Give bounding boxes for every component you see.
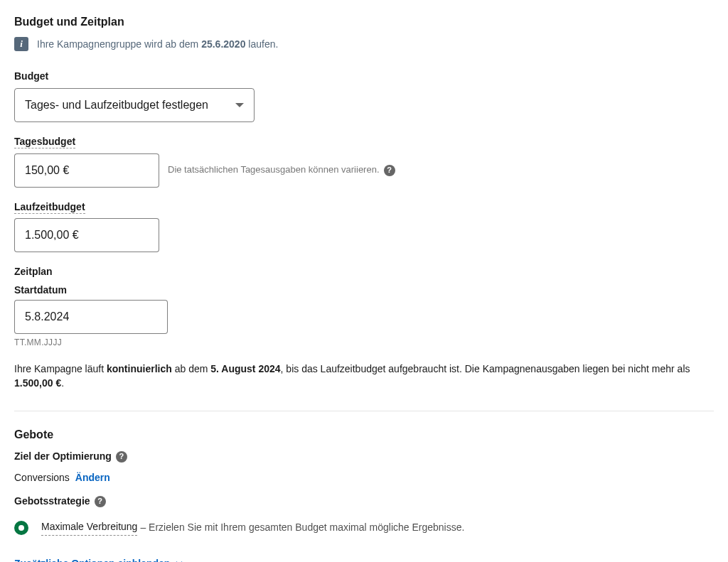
strategy-option-label: Maximale Verbreitung xyxy=(41,520,137,536)
optimization-goal-label: Ziel der Optimierung ? xyxy=(14,450,127,464)
lifetime-budget-label: Laufzeitbudget xyxy=(14,200,714,215)
info-icon: i xyxy=(14,37,28,51)
daily-budget-input[interactable] xyxy=(14,153,159,188)
chevron-down-icon xyxy=(174,558,184,562)
strategy-option-desc: – Erzielen Sie mit Ihrem gesamten Budget… xyxy=(140,521,464,535)
bid-strategy-label: Gebotsstrategie ? xyxy=(14,495,106,509)
help-icon[interactable]: ? xyxy=(116,451,127,463)
daily-budget-label: Tagesbudget xyxy=(14,135,714,149)
info-banner: i Ihre Kampagnengruppe wird ab dem 25.6.… xyxy=(14,37,714,51)
budget-label: Budget xyxy=(14,70,714,84)
start-date-input[interactable] xyxy=(14,300,168,334)
info-text-suffix: laufen. xyxy=(245,38,278,50)
more-options-toggle[interactable]: Zusätzliche Optionen einblenden xyxy=(14,557,184,562)
info-text-prefix: Ihre Kampagnengruppe wird ab dem xyxy=(37,38,201,50)
lifetime-budget-input[interactable] xyxy=(14,218,159,252)
daily-budget-hint: Die tatsächlichen Tagesausgaben können v… xyxy=(168,163,380,176)
section-title-gebote: Gebote xyxy=(14,427,714,443)
change-goal-link[interactable]: Ändern xyxy=(75,471,110,485)
budget-type-select[interactable]: Tages- und Laufzeitbudget festlegen xyxy=(14,88,255,122)
help-icon[interactable]: ? xyxy=(384,165,395,176)
schedule-label: Zeitplan xyxy=(14,265,714,279)
optimization-goal-value: Conversions xyxy=(14,471,70,485)
strategy-radio-selected[interactable] xyxy=(14,521,28,535)
section-divider xyxy=(14,411,714,411)
dropdown-caret-icon xyxy=(235,103,244,107)
budget-type-value: Tages- und Laufzeitbudget festlegen xyxy=(25,97,208,113)
section-title-budget-zeitplan: Budget und Zeitplan xyxy=(14,14,714,30)
info-date: 25.6.2020 xyxy=(201,38,245,50)
help-icon[interactable]: ? xyxy=(95,496,106,507)
date-format-hint: TT.MM.JJJJ xyxy=(14,337,714,349)
summary-text: Ihre Kampagne läuft kontinuierlich ab de… xyxy=(14,362,714,391)
start-date-label: Startdatum xyxy=(14,283,714,298)
